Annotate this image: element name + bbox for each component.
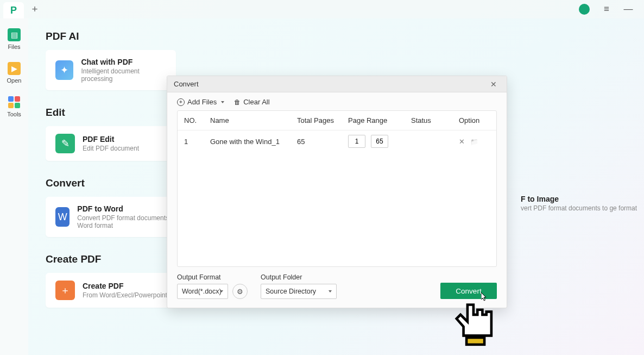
user-avatar-icon[interactable] [579, 4, 590, 15]
page-to-input[interactable] [371, 135, 388, 148]
edit-icon: ✎ [55, 134, 75, 153]
app-tab[interactable]: P [3, 2, 24, 18]
add-files-label: Add Files [187, 98, 217, 106]
cell-range [348, 135, 411, 148]
dialog-toolbar: + Add Files Clear All [167, 92, 507, 110]
dialog-footer: Output Format Word(*.docx) ⚙ Output Fold… [167, 267, 507, 308]
close-icon[interactable]: ✕ [487, 79, 500, 90]
card-title: PDF Edit [83, 135, 139, 144]
output-format-value: Word(*.docx) [182, 288, 222, 295]
create-plus-icon: ＋ [55, 281, 75, 300]
card-title: Chat with PDF [81, 58, 166, 66]
card-chat-with-pdf[interactable]: ✦ Chat with PDF Intelligent document pro… [46, 50, 176, 90]
output-folder-select[interactable]: Source Directory [261, 284, 337, 299]
left-sidebar: ▤ Files ▶ Open Tools [0, 18, 28, 355]
output-settings-icon[interactable]: ⚙ [232, 284, 248, 299]
open-icon: ▶ [8, 62, 21, 75]
card-subtitle: vert PDF format documents to ge format [521, 204, 644, 212]
col-no: NO. [184, 116, 210, 124]
hamburger-menu-icon[interactable]: ≡ [599, 4, 614, 15]
chevron-down-icon [329, 290, 332, 292]
file-table: NO. Name Total Pages Page Range Status O… [177, 110, 497, 267]
output-format-select[interactable]: Word(*.docx) [177, 284, 228, 299]
cell-option: ✕ [459, 138, 497, 146]
chevron-down-icon[interactable] [221, 101, 224, 103]
card-title: PDF to Word [77, 204, 177, 213]
col-status: Status [411, 116, 459, 124]
chevron-down-icon [220, 290, 223, 292]
files-icon: ▤ [8, 28, 21, 41]
remove-row-icon[interactable]: ✕ [459, 138, 465, 146]
plus-circle-icon: + [177, 98, 185, 106]
output-folder-label: Output Folder [261, 273, 337, 281]
convert-button[interactable]: Convert [440, 283, 497, 299]
page-from-input[interactable] [348, 135, 365, 148]
output-folder-value: Source Directory [266, 288, 316, 295]
sidebar-label-tools: Tools [7, 111, 21, 117]
table-header: NO. Name Total Pages Page Range Status O… [178, 111, 496, 130]
card-subtitle: Edit PDF document [83, 145, 139, 152]
section-title-pdfai: PDF AI [46, 30, 644, 42]
sidebar-label-files: Files [8, 43, 20, 50]
sidebar-item-open[interactable]: ▶ Open [0, 62, 28, 84]
sidebar-item-files[interactable]: ▤ Files [0, 28, 28, 50]
minimize-button[interactable]: — [621, 4, 635, 15]
dialog-title: Convert [174, 80, 487, 88]
col-option: Option [459, 116, 497, 124]
table-row: 1 Gone with the Wind_1 65 ✕ [178, 130, 496, 152]
card-subtitle: Convert PDF format documents to Word for… [77, 214, 177, 229]
sidebar-item-tools[interactable]: Tools [0, 96, 28, 117]
ai-sparkle-icon: ✦ [55, 60, 73, 80]
clear-all-label: Clear All [243, 98, 269, 106]
card-pdf-to-word[interactable]: W PDF to Word Convert PDF format documen… [46, 197, 187, 237]
app-logo-icon: P [10, 5, 17, 16]
card-subtitle: Intelligent document processing [81, 67, 166, 83]
output-format-label: Output Format [177, 273, 248, 281]
cell-name: Gone with the Wind_1 [210, 138, 297, 146]
convert-dialog: Convert ✕ + Add Files Clear All NO. Name… [167, 76, 507, 308]
col-total: Total Pages [297, 116, 348, 124]
tools-icon [8, 96, 21, 109]
card-pdf-to-image-partial[interactable]: F to Image vert PDF format documents to … [521, 195, 644, 212]
cell-total: 65 [297, 138, 348, 146]
sidebar-label-open: Open [7, 77, 22, 84]
col-range: Page Range [348, 116, 411, 124]
titlebar: P + ≡ — [0, 0, 644, 18]
col-name: Name [210, 116, 297, 124]
card-title: F to Image [521, 195, 644, 203]
card-pdf-edit[interactable]: ✎ PDF Edit Edit PDF document [46, 126, 176, 161]
add-files-button[interactable]: + Add Files [177, 98, 224, 106]
new-tab-button[interactable]: + [27, 3, 42, 15]
word-icon: W [55, 207, 70, 227]
cell-no: 1 [184, 138, 210, 146]
open-folder-icon[interactable] [470, 138, 478, 146]
dialog-header: Convert ✕ [167, 76, 507, 92]
clear-all-button[interactable]: Clear All [234, 98, 269, 106]
trash-icon [234, 98, 241, 106]
